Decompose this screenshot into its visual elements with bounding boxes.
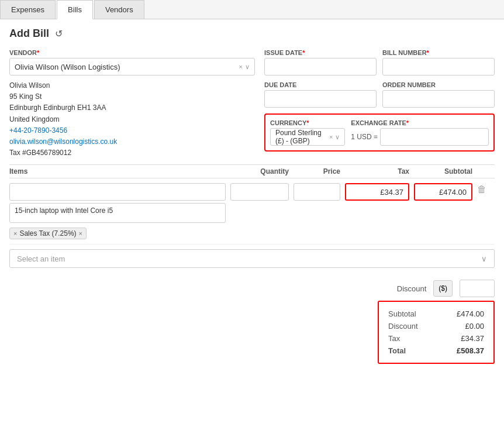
totals-box: Subtotal £474.00 Discount £0.00 Tax £34.… (378, 301, 495, 364)
tax-row: Tax £34.37 (388, 332, 484, 345)
currency-group: CURRENCY* Pound Sterling (£) - (GBP) × ∨ (270, 119, 345, 146)
discount-top-label: Discount (379, 284, 426, 293)
tax-tag-label: Sales Tax (7.25%) (19, 229, 76, 238)
total-row: Total £508.37 (388, 345, 484, 357)
item-price-col: 474 (294, 183, 340, 201)
vendor-section: VENDOR* Olivia Wilson (Wilson Logistics)… (9, 49, 255, 159)
order-number-input[interactable]: REF-0001 (382, 90, 495, 108)
vendor-phone-link[interactable]: +44-20-7890-3456 (9, 126, 67, 135)
vendor-country: United Kingdom (9, 114, 255, 125)
currency-clear-icon[interactable]: × (329, 133, 333, 140)
subtotal-label: Subtotal (388, 309, 416, 318)
item-tax-col: £34.37 (345, 183, 409, 201)
vendor-clear-icon[interactable]: × (239, 63, 243, 70)
issue-date-group: ISSUE DATE* 2024-11-14 (264, 49, 377, 75)
item-price-input[interactable]: 474 (294, 183, 340, 201)
select-item-chevron-icon: ∨ (481, 254, 487, 263)
vendor-value: Olivia Wilson (Wilson Logistics) (15, 63, 120, 71)
item-description: 15-inch laptop with Intel Core i5 (9, 203, 226, 223)
discount-type-button[interactable]: ($) (433, 280, 453, 297)
total-value: £508.37 (457, 346, 484, 355)
vendor-email-link[interactable]: olivia.wilson@wilsonlogistics.co.uk (9, 137, 117, 146)
item-tax-value: £34.37 (345, 183, 409, 201)
select-item-placeholder: Select an item (17, 254, 65, 263)
discount-row-value: £0.00 (465, 322, 484, 331)
select-item-dropdown[interactable]: Select an item ∨ (9, 249, 495, 268)
bill-number-group: BILL NUMBER* BILL-0001 (382, 49, 495, 75)
table-row: Laptop Computer 15-inch laptop with Inte… (9, 178, 495, 245)
tax-tag: × Sales Tax (7.25%) × (9, 228, 87, 239)
right-fields: ISSUE DATE* 2024-11-14 BILL NUMBER* BILL… (264, 49, 495, 159)
tab-vendors[interactable]: Vendors (94, 0, 144, 19)
item-subtotal-col: £474.00 (414, 183, 472, 201)
top-tabs: Expenses Bills Vendors (0, 0, 504, 19)
exchange-rate-group: EXCHANGE RATE* 1 USD = 0.7900£ (351, 119, 489, 146)
totals-section: Discount ($) 0 Subtotal £474.00 Discount… (9, 280, 495, 364)
due-date-input[interactable]: 2024-12-14 (264, 90, 377, 108)
col-tax-header: Tax (345, 167, 409, 176)
tax-tag-x[interactable]: × (13, 230, 17, 237)
item-name-input[interactable]: Laptop Computer (9, 183, 226, 201)
vendor-chevron-icon: ∨ (245, 63, 250, 71)
issue-date-input[interactable]: 2024-11-14 (264, 58, 377, 75)
item-qty-col: 1 (230, 183, 289, 201)
discount-row: Discount £0.00 (388, 320, 484, 332)
vendor-name: Olivia Wilson (9, 80, 255, 91)
discount-top-row: Discount ($) 0 (379, 280, 495, 297)
discount-input[interactable]: 0 (460, 280, 495, 297)
tax-row-label: Tax (388, 334, 400, 343)
currency-value: Pound Sterling (£) - (GBP) (275, 129, 329, 145)
tax-tag-remove[interactable]: × (79, 230, 82, 237)
col-price-header: Price (294, 167, 340, 176)
item-qty-input[interactable]: 1 (230, 183, 289, 201)
subtotal-row: Subtotal £474.00 (388, 308, 484, 320)
bill-number-input[interactable]: BILL-0001 (382, 58, 495, 75)
order-number-group: ORDER NUMBER REF-0001 (382, 81, 495, 108)
subtotal-value: £474.00 (457, 309, 484, 318)
due-date-group: DUE DATE 2024-12-14 (264, 81, 377, 108)
tab-bills[interactable]: Bills (57, 0, 93, 19)
currency-select[interactable]: Pound Sterling (£) - (GBP) × ∨ (270, 128, 345, 146)
exchange-rate-prefix: 1 USD = (351, 133, 378, 141)
vendor-address1: 95 King St (9, 91, 255, 102)
vendor-label: VENDOR* (9, 49, 255, 56)
items-header: Items Quantity Price Tax Subtotal (9, 164, 495, 178)
item-delete-col: 🗑 (477, 183, 495, 195)
page-content: Add Bill ↺ VENDOR* Olivia Wilson (Wilson… (0, 19, 504, 372)
tab-expenses[interactable]: Expenses (0, 0, 56, 19)
page-header: Add Bill ↺ (9, 27, 495, 40)
discount-row-label: Discount (388, 322, 418, 331)
vendor-phone: +44-20-7890-3456 (9, 125, 255, 136)
tax-row-value: £34.37 (461, 334, 484, 343)
vendor-info: Olivia Wilson 95 King St Edinburgh Edinb… (9, 80, 255, 159)
item-subtotal-value: £474.00 (414, 183, 472, 201)
vendor-address2: Edinburgh Edinburgh EH1 3AA (9, 102, 255, 113)
page-title: Add Bill (9, 27, 49, 40)
vendor-select[interactable]: Olivia Wilson (Wilson Logistics) × ∨ (9, 58, 255, 75)
total-label: Total (388, 346, 406, 355)
col-subtotal-header: Subtotal (414, 167, 472, 176)
col-items-header: Items (9, 167, 226, 176)
currency-chevron-icon: ∨ (335, 133, 340, 141)
currency-exchange-section: CURRENCY* Pound Sterling (£) - (GBP) × ∨… (264, 113, 495, 152)
col-qty-header: Quantity (230, 167, 289, 176)
item-delete-button[interactable]: 🗑 (477, 183, 486, 195)
vendor-email: olivia.wilson@wilsonlogistics.co.uk (9, 136, 255, 147)
item-name-col: Laptop Computer 15-inch laptop with Inte… (9, 183, 226, 239)
undo-button[interactable]: ↺ (55, 28, 63, 39)
vendor-tax: Tax #GB456789012 (9, 147, 255, 159)
exchange-rate-input[interactable]: 0.7900£ (380, 128, 489, 146)
select-item-row: Select an item ∨ (9, 249, 495, 268)
items-section: Items Quantity Price Tax Subtotal Laptop… (9, 164, 495, 268)
